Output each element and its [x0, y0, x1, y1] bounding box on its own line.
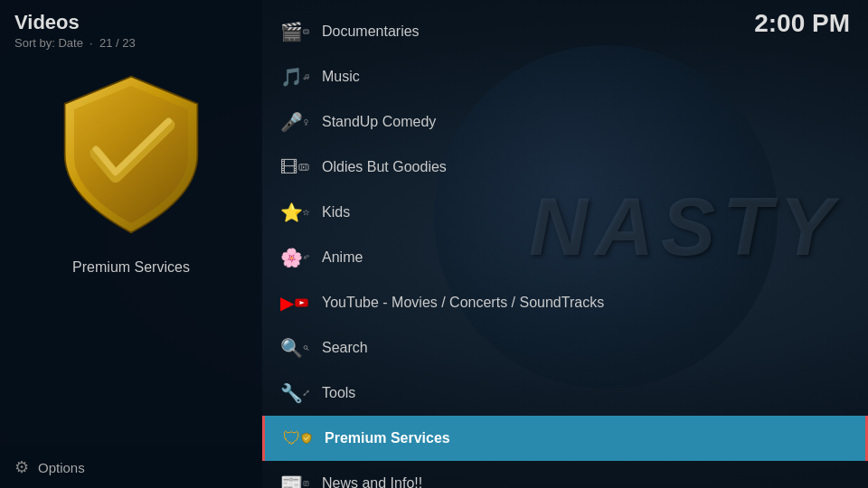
- header-area: Videos Sort by: Date · 21 / 23: [0, 0, 262, 55]
- menu-list: Documentaries Music StandUp Comedy Oldie…: [262, 9, 868, 488]
- sort-label: Sort by: Date: [14, 36, 83, 50]
- svg-point-4: [307, 33, 308, 33]
- time-display: 2:00 PM: [754, 9, 850, 38]
- options-bar[interactable]: ⚙ Options: [0, 446, 262, 488]
- sort-info: Sort by: Date · 21 / 23: [14, 36, 248, 50]
- youtube-label: YouTube - Movies / Concerts / SoundTrack…: [322, 295, 604, 311]
- options-label: Options: [38, 460, 85, 475]
- selected-item-label: Premium Services: [72, 259, 190, 276]
- music-label: Music: [322, 69, 360, 85]
- svg-marker-19: [303, 210, 308, 215]
- search-label: Search: [322, 340, 368, 356]
- tools-label: Tools: [322, 385, 355, 401]
- svg-point-8: [307, 77, 308, 79]
- menu-item-kids[interactable]: Kids: [262, 190, 868, 235]
- menu-item-premium[interactable]: Premium Services: [262, 416, 868, 461]
- menu-item-standup[interactable]: StandUp Comedy: [262, 99, 868, 145]
- svg-point-12: [305, 119, 308, 123]
- svg-point-3: [307, 31, 308, 32]
- search-icon: [280, 333, 309, 362]
- news-icon: [280, 469, 309, 488]
- svg-line-25: [307, 349, 308, 351]
- kids-icon: [280, 198, 309, 227]
- svg-rect-0: [304, 30, 309, 33]
- standup-label: StandUp Comedy: [322, 114, 436, 130]
- menu-item-music[interactable]: Music: [262, 54, 868, 99]
- anime-icon: A NI: [280, 243, 309, 272]
- svg-line-11: [306, 75, 308, 76]
- oldies-icon: [280, 153, 309, 182]
- item-count: 21 / 23: [99, 36, 136, 50]
- news-label: News and Info!!: [322, 475, 422, 488]
- tools-icon: [280, 379, 309, 408]
- documentaries-label: Documentaries: [322, 23, 420, 40]
- standup-icon: [280, 108, 309, 136]
- menu-item-anime[interactable]: A NI Anime: [262, 235, 868, 280]
- logo-container: [41, 64, 222, 245]
- page-title: Videos: [14, 11, 248, 34]
- premium-label: Premium Services: [325, 430, 450, 446]
- premium-icon: [283, 424, 312, 453]
- svg-point-2: [304, 33, 305, 33]
- youtube-icon: [280, 288, 309, 317]
- menu-panel: Documentaries Music StandUp Comedy Oldie…: [262, 0, 868, 488]
- oldies-label: Oldies But Goodies: [322, 159, 447, 175]
- svg-point-7: [304, 78, 306, 80]
- shield-logo: [45, 69, 217, 240]
- menu-item-oldies[interactable]: Oldies But Goodies: [262, 145, 868, 190]
- menu-item-youtube[interactable]: YouTube - Movies / Concerts / SoundTrack…: [262, 280, 868, 325]
- svg-line-26: [304, 391, 308, 396]
- kids-label: Kids: [322, 204, 350, 221]
- documentaries-icon: [280, 17, 309, 46]
- menu-item-tools[interactable]: Tools: [262, 371, 868, 416]
- svg-marker-18: [303, 166, 305, 169]
- left-panel: Videos Sort by: Date · 21 / 23: [0, 0, 262, 488]
- anime-label: Anime: [322, 249, 363, 266]
- menu-item-news[interactable]: News and Info!!: [262, 461, 868, 488]
- music-icon: [280, 62, 309, 91]
- menu-item-search[interactable]: Search: [262, 325, 868, 371]
- options-icon: ⚙: [14, 457, 29, 477]
- svg-text:NI: NI: [307, 255, 309, 258]
- svg-point-1: [304, 31, 305, 32]
